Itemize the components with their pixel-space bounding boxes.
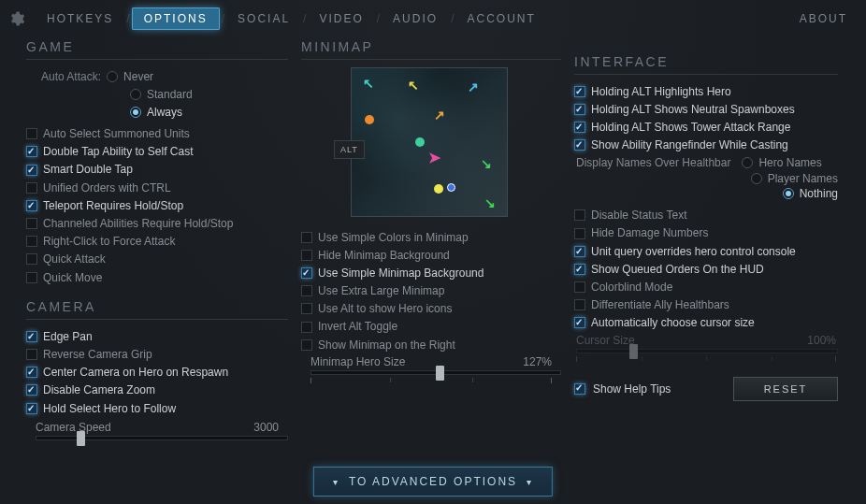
minimap-opt-4-checkbox[interactable] <box>301 303 312 314</box>
tab-account[interactable]: ACCOUNT <box>455 8 546 29</box>
minimap-opt-6-checkbox[interactable] <box>301 339 312 351</box>
camera-opt-3-checkbox[interactable] <box>26 384 37 396</box>
iface-top-3-label: Show Ability Rangefinder While Casting <box>591 137 788 152</box>
tab-options[interactable]: OPTIONS <box>132 7 220 30</box>
iface-top-0-checkbox[interactable] <box>574 86 585 97</box>
minimap-opt-3-checkbox[interactable] <box>301 285 312 296</box>
section-camera: CAMERA <box>26 299 288 320</box>
iface-mid-1-label: Hide Damage Numbers <box>591 225 708 240</box>
iface-mid-6-label: Automatically choose cursor size <box>591 315 755 330</box>
tab-hotkeys[interactable]: HOTKEYS <box>36 8 124 29</box>
camera-opt-4-label: Hold Select Hero to Follow <box>43 401 176 416</box>
iface-top-0-label: Holding ALT Highlights Hero <box>591 84 731 99</box>
game-opt-4-checkbox[interactable] <box>26 200 37 211</box>
auto-attack-label-0: Never <box>123 69 153 84</box>
iface-mid-0-checkbox[interactable] <box>574 209 585 221</box>
auto-attack-label-1: Standard <box>147 87 193 102</box>
game-opt-0-checkbox[interactable] <box>26 128 37 139</box>
show-help-tips-label: Show Help Tips <box>593 382 671 396</box>
game-opt-5-checkbox[interactable] <box>26 218 37 229</box>
cursor-size-value: 100% <box>807 334 836 347</box>
display-names-label-1: Player Names <box>768 172 838 185</box>
iface-mid-2-checkbox[interactable] <box>574 246 585 257</box>
iface-top-1-label: Holding ALT Shows Neutral Spawnboxes <box>591 102 795 117</box>
camera-opt-0-label: Edge Pan <box>43 329 93 344</box>
game-opt-4-label: Teleport Requires Hold/Stop <box>43 198 183 213</box>
game-opt-6-label: Right-Click to Force Attack <box>43 234 175 249</box>
iface-top-1-checkbox[interactable] <box>574 104 585 115</box>
display-names-label-2: Nothing <box>800 187 838 200</box>
minimap-hero-size-label: Minimap Hero Size <box>310 355 405 368</box>
chevron-down-icon: ▾ <box>527 477 533 487</box>
camera-opt-3-label: Disable Camera Zoom <box>43 382 155 397</box>
game-opt-3-label: Unified Orders with CTRL <box>43 180 171 195</box>
tab-audio[interactable]: AUDIO <box>382 8 449 29</box>
game-opt-0-label: Auto Select Summoned Units <box>43 126 190 141</box>
minimap-hero-size-value: 127% <box>523 355 552 368</box>
iface-mid-4-checkbox[interactable] <box>574 281 585 293</box>
display-names-radio-0[interactable] <box>742 157 753 168</box>
camera-opt-1-checkbox[interactable] <box>26 349 37 360</box>
minimap-opt-1-checkbox[interactable] <box>301 250 312 261</box>
display-names-label: Display Names Over Healthbar <box>576 156 736 169</box>
display-names-radio-1[interactable] <box>751 173 762 184</box>
game-opt-2-checkbox[interactable] <box>26 165 37 176</box>
minimap-opt-6-label: Show Minimap on the Right <box>318 338 455 353</box>
auto-attack-radio-0[interactable] <box>107 71 118 82</box>
camera-speed-label: Camera Speed <box>36 421 111 434</box>
settings-gear-icon[interactable] <box>7 9 26 28</box>
camera-opt-4-checkbox[interactable] <box>26 403 37 414</box>
section-minimap: MINIMAP <box>301 39 561 60</box>
alt-key-badge: ALT <box>334 140 365 159</box>
camera-opt-0-checkbox[interactable] <box>26 331 37 342</box>
camera-opt-2-checkbox[interactable] <box>26 367 37 378</box>
auto-attack-radio-1[interactable] <box>130 89 141 100</box>
cursor-size-slider[interactable] <box>576 349 838 353</box>
tab-video[interactable]: VIDEO <box>308 8 374 29</box>
display-names-radio-2[interactable] <box>783 188 794 199</box>
iface-top-3-checkbox[interactable] <box>574 139 585 151</box>
game-opt-7-label: Quick Attack <box>43 252 106 266</box>
game-opt-8-label: Quick Move <box>43 270 102 285</box>
minimap-opt-2-checkbox[interactable] <box>301 267 312 279</box>
minimap-opt-0-label: Use Simple Colors in Minimap <box>318 230 469 245</box>
game-opt-2-label: Smart Double Tap <box>43 162 133 177</box>
auto-attack-radio-2[interactable] <box>130 107 141 118</box>
iface-top-2-checkbox[interactable] <box>574 122 585 133</box>
camera-speed-value: 3000 <box>253 421 279 434</box>
game-opt-6-checkbox[interactable] <box>26 236 37 247</box>
iface-mid-2-label: Unit query overrides hero control consol… <box>591 244 796 259</box>
game-opt-1-checkbox[interactable] <box>26 146 37 157</box>
minimap-opt-4-label: Use Alt to show Hero icons <box>318 301 452 316</box>
minimap-hero-size-slider[interactable] <box>310 370 561 375</box>
iface-top-2-label: Holding ALT Shows Tower Attack Range <box>591 120 790 135</box>
minimap-opt-2-label: Use Simple Minimap Background <box>318 266 484 281</box>
tab-social[interactable]: SOCIAL <box>226 8 301 29</box>
game-opt-1-label: Double Tap Ability to Self Cast <box>43 144 194 159</box>
game-opt-7-checkbox[interactable] <box>26 253 37 265</box>
iface-mid-1-checkbox[interactable] <box>574 228 585 239</box>
iface-mid-5-checkbox[interactable] <box>574 299 585 310</box>
iface-mid-3-label: Show Queued Orders On the HUD <box>591 262 764 277</box>
iface-mid-3-checkbox[interactable] <box>574 264 585 275</box>
auto-attack-label-2: Always <box>147 105 182 120</box>
minimap-opt-1-label: Hide Minimap Background <box>318 248 450 263</box>
auto-attack-label: Auto Attack: <box>41 69 101 84</box>
minimap-opt-3-label: Use Extra Large Minimap <box>318 283 444 298</box>
camera-speed-slider[interactable] <box>36 436 288 440</box>
reset-button[interactable]: RESET <box>733 377 838 401</box>
game-opt-8-checkbox[interactable] <box>26 272 37 283</box>
chevron-down-icon: ▾ <box>333 477 339 487</box>
iface-mid-4-label: Colorblind Mode <box>591 280 672 295</box>
show-help-tips-checkbox[interactable] <box>574 383 585 395</box>
minimap-opt-0-checkbox[interactable] <box>301 232 312 243</box>
iface-mid-5-label: Differentiate Ally Healthbars <box>591 297 729 312</box>
iface-mid-0-label: Disable Status Text <box>591 208 687 223</box>
camera-opt-2-label: Center Camera on Hero on Respawn <box>43 365 228 380</box>
iface-mid-6-checkbox[interactable] <box>574 317 585 328</box>
to-advanced-options-button[interactable]: ▾ TO ADVANCED OPTIONS ▾ <box>313 467 553 497</box>
minimap-opt-5-checkbox[interactable] <box>301 322 312 333</box>
about-link[interactable]: ABOUT <box>800 12 847 25</box>
game-opt-3-checkbox[interactable] <box>26 182 37 194</box>
game-opt-5-label: Channeled Abilities Require Hold/Stop <box>43 216 233 231</box>
